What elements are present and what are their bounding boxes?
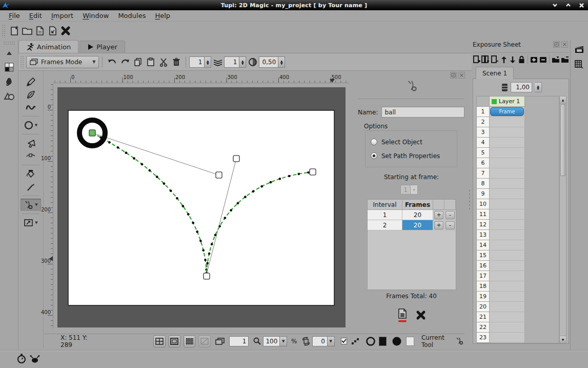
onion-skin-button[interactable]: [211, 55, 224, 69]
close-project-button[interactable]: [59, 24, 72, 38]
insert-frames-button[interactable]: [481, 55, 490, 64]
debug-button[interactable]: [29, 353, 40, 364]
frame-cell[interactable]: [490, 333, 525, 343]
ink-bottle-button[interactable]: [3, 75, 16, 88]
scroll-thumb[interactable]: [560, 104, 565, 176]
menu-edit[interactable]: Edit: [25, 11, 47, 21]
node-edit-tool[interactable]: [21, 150, 41, 162]
frame-cell[interactable]: [490, 250, 525, 261]
menu-help[interactable]: Help: [150, 11, 175, 21]
interval-cell[interactable]: 1: [368, 210, 402, 220]
menu-window[interactable]: Window: [78, 11, 113, 21]
path-control-handle[interactable]: [216, 172, 222, 178]
frame-cell[interactable]: [490, 209, 525, 220]
frame-cell[interactable]: [490, 292, 525, 302]
spin-arrows[interactable]: ▲▼: [535, 82, 542, 92]
layer-opacity-value[interactable]: 1,00: [511, 82, 532, 92]
plus-frames-button[interactable]: +: [434, 221, 443, 229]
palette-button[interactable]: [3, 61, 16, 73]
pencil-tool[interactable]: [21, 75, 41, 88]
canvas-area[interactable]: [57, 87, 346, 327]
menu-import[interactable]: Import: [47, 11, 78, 21]
scroll-up-button[interactable]: ▲: [560, 96, 566, 104]
close-panel-button[interactable]: [561, 41, 568, 48]
close-button[interactable]: [578, 2, 585, 9]
fill-color-swatch[interactable]: [379, 337, 387, 346]
scenes-manager-button[interactable]: [573, 43, 586, 55]
remove-scene-button[interactable]: [561, 55, 569, 64]
frame-pill[interactable]: Frame: [490, 107, 524, 116]
frame-number[interactable]: 16: [477, 261, 490, 271]
spin-arrows[interactable]: ▲▼: [205, 56, 211, 68]
project-canvas[interactable]: [68, 110, 334, 305]
frame-number[interactable]: 10: [477, 199, 490, 209]
frames-toolbar-handle[interactable]: [20, 55, 24, 69]
plus-frames-button[interactable]: +: [434, 211, 443, 219]
spin-arrows[interactable]: ▲▼: [278, 56, 285, 68]
frame-cell[interactable]: [490, 138, 525, 148]
exposure-sheet-toggle-button[interactable]: [573, 59, 586, 71]
frame-number[interactable]: 15: [477, 250, 490, 261]
float-panel-button[interactable]: [450, 72, 457, 79]
cut-button[interactable]: [157, 55, 170, 69]
fill-bucket-tool[interactable]: [21, 168, 41, 180]
current-frame-spinbox[interactable]: 1 ▲▼: [189, 56, 211, 68]
chevron-down-icon[interactable]: ▼: [35, 203, 37, 207]
chevron-down-icon[interactable]: ▼: [35, 123, 37, 127]
frame-cell[interactable]: [490, 312, 525, 322]
onion-frames-value[interactable]: 1: [224, 56, 239, 68]
radio-select-object[interactable]: Select Object: [371, 139, 452, 146]
move-frame-down-button[interactable]: [509, 55, 516, 64]
show-grid-button[interactable]: [153, 335, 165, 347]
frame-cell[interactable]: [490, 158, 525, 168]
redo-button[interactable]: [118, 55, 131, 69]
frames-cell[interactable]: 20: [402, 220, 433, 230]
zoom-field[interactable]: 100: [263, 336, 280, 346]
scene-tab[interactable]: Scene 1: [476, 67, 514, 79]
selection-tool[interactable]: [21, 137, 41, 149]
cancel-tween-button[interactable]: [415, 309, 427, 321]
squiggle-tool[interactable]: [21, 101, 41, 113]
frame-number[interactable]: 8: [477, 179, 490, 189]
export-view-tool[interactable]: ▼: [21, 217, 41, 229]
save-project-button[interactable]: [33, 24, 46, 38]
frame-cell[interactable]: [490, 271, 525, 281]
radio-icon[interactable]: [371, 152, 377, 159]
frame-cell[interactable]: [490, 189, 525, 199]
tween-tool[interactable]: ▼: [21, 199, 41, 211]
frame-cell[interactable]: [490, 220, 525, 230]
interval-cell[interactable]: 2: [368, 220, 402, 230]
opacity-value[interactable]: 0,50: [259, 56, 278, 68]
collapse-button[interactable]: [3, 47, 16, 59]
scroll-down-button[interactable]: ▼: [560, 336, 566, 343]
brush-tool[interactable]: [21, 181, 41, 193]
frame-number[interactable]: 9: [477, 189, 490, 199]
antialias-checkbox[interactable]: [341, 338, 347, 344]
tab-animation[interactable]: Animation: [18, 40, 78, 53]
remove-frame-button[interactable]: [491, 55, 498, 64]
ellipse-tool[interactable]: ▼: [21, 119, 41, 131]
current-frame-value[interactable]: 1: [189, 56, 205, 68]
frame-cell[interactable]: [490, 199, 525, 209]
rotation-field[interactable]: 0: [312, 336, 328, 346]
show-border-grid-button[interactable]: [169, 335, 180, 347]
exposure-scrollbar[interactable]: ▲ ▼: [559, 96, 566, 343]
mode-select[interactable]: Frames Mode ▼: [26, 56, 99, 68]
frame-cell[interactable]: [490, 230, 525, 240]
panel-splitter[interactable]: [468, 189, 471, 209]
frame-number[interactable]: 4: [477, 138, 490, 148]
background-swatch[interactable]: [406, 337, 414, 346]
paste-button[interactable]: [144, 55, 157, 69]
close-panel-button[interactable]: [458, 72, 465, 79]
time-measure-button[interactable]: [16, 353, 27, 364]
import-project-button[interactable]: [46, 24, 59, 38]
spin-arrows[interactable]: ▲▼: [239, 56, 246, 68]
path-control-handle[interactable]: [204, 273, 210, 279]
maximize-button[interactable]: [564, 2, 572, 9]
frame-number[interactable]: 3: [477, 127, 490, 138]
menu-file[interactable]: File: [4, 11, 25, 21]
rotation-dropdown[interactable]: ▼: [328, 336, 335, 346]
undo-button[interactable]: [106, 55, 118, 69]
minimize-button[interactable]: [551, 2, 558, 9]
ink-pen-tool[interactable]: [21, 88, 41, 101]
